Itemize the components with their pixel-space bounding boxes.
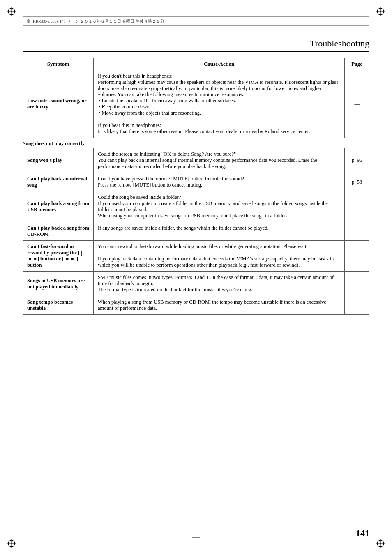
page-cant-ffwd-2: — bbox=[345, 253, 369, 272]
table-row: Can't play back a song from USB memory C… bbox=[23, 191, 369, 222]
symptom-usb-not-immediate: Songs in USB memory are not played immed… bbox=[23, 272, 94, 296]
corner-mark-tl bbox=[7, 7, 22, 22]
bullet-3: Move away from the objects that are reso… bbox=[99, 110, 201, 116]
page-cant-play-usb: — bbox=[345, 191, 369, 222]
cause-cant-ffwd-2: If you play back data containing perform… bbox=[93, 253, 345, 272]
cause-low-notes: If you don't hear this in headphones: Pe… bbox=[93, 70, 345, 138]
table-row: Can't play back a song from CD-ROM If an… bbox=[23, 222, 369, 241]
symptom-cant-play-cdrom: Can't play back a song from CD-ROM bbox=[23, 222, 94, 241]
symptom-cant-ffwd: Can't fast-forward or rewind by pressing… bbox=[23, 241, 94, 272]
corner-mark-br bbox=[370, 533, 385, 548]
symptom-cant-play-usb: Can't play back a song from USB memory bbox=[23, 191, 94, 222]
table-row: Can't play back an internal song Could y… bbox=[23, 173, 369, 191]
page-song-wont-play: p. 96 bbox=[345, 148, 369, 173]
symptom-song-wont-play: Song won't play bbox=[23, 148, 94, 173]
corner-mark-tr bbox=[370, 7, 385, 22]
table-row: Song tempo becomes unstable When playing… bbox=[23, 296, 369, 315]
page-cant-ffwd-1: — bbox=[345, 241, 369, 253]
bottom-center-mark bbox=[192, 534, 200, 543]
header-cross-icon: ⊕ bbox=[26, 18, 30, 24]
table-row: Can't fast-forward or rewind by pressing… bbox=[23, 241, 369, 253]
page-tempo-unstable: — bbox=[345, 296, 369, 315]
page-title: Troubleshooting bbox=[23, 38, 369, 52]
table-row: Low notes sound wrong, or are buzzy If y… bbox=[23, 70, 369, 138]
page-wrapper: ⊕ RK-500-e.book 141 ページ ２０１６年８月１１日 金曜日 午… bbox=[0, 0, 392, 555]
page-cant-play-cdrom: — bbox=[345, 222, 369, 241]
cause-cant-ffwd-1: You can't rewind or fast-forward while l… bbox=[93, 241, 345, 253]
symptom-cant-play-internal: Can't play back an internal song bbox=[23, 173, 94, 191]
col-header-cause: Cause/Action bbox=[93, 58, 345, 70]
table-row: Song won't play Could the screen be indi… bbox=[23, 148, 369, 173]
col-header-page: Page bbox=[345, 58, 369, 70]
header-bar: ⊕ RK-500-e.book 141 ページ ２０１６年８月１１日 金曜日 午… bbox=[23, 16, 369, 26]
bullet-2: Keep the volume down. bbox=[99, 104, 151, 110]
section-header-label: Song does not play correctly bbox=[23, 138, 369, 148]
section-header-song: Song does not play correctly bbox=[23, 138, 369, 148]
page-cant-play-internal: p. 53 bbox=[345, 173, 369, 191]
corner-mark-bl bbox=[7, 533, 22, 548]
cause-song-wont-play: Could the screen be indicating "OK to de… bbox=[93, 148, 345, 173]
cause-cant-play-internal: Could you have pressed the remote [MUTE]… bbox=[93, 173, 345, 191]
symptom-tempo-unstable: Song tempo becomes unstable bbox=[23, 296, 94, 315]
cause-usb-not-immediate: SMF music files comes in two types; Form… bbox=[93, 272, 345, 296]
table-row: Songs in USB memory are not played immed… bbox=[23, 272, 369, 296]
cause-cant-play-cdrom: If any songs are saved inside a folder, … bbox=[93, 222, 345, 241]
bullet-1: Locate the speakers 10–15 cm away from w… bbox=[99, 98, 236, 104]
cause-tempo-unstable: When playing a song from USB memory or C… bbox=[93, 296, 345, 315]
symptom-low-notes: Low notes sound wrong, or are buzzy bbox=[23, 70, 94, 138]
header-text: RK-500-e.book 141 ページ ２０１６年８月１１日 金曜日 午後４… bbox=[33, 18, 164, 24]
page-low-notes: — bbox=[345, 70, 369, 138]
col-header-symptom: Symptom bbox=[23, 58, 94, 70]
trouble-table: Symptom Cause/Action Page Low notes soun… bbox=[23, 58, 369, 315]
cause-cant-play-usb: Could the song be saved inside a folder?… bbox=[93, 191, 345, 222]
page-number: 141 bbox=[356, 528, 369, 539]
page-usb-not-immediate: — bbox=[345, 272, 369, 296]
